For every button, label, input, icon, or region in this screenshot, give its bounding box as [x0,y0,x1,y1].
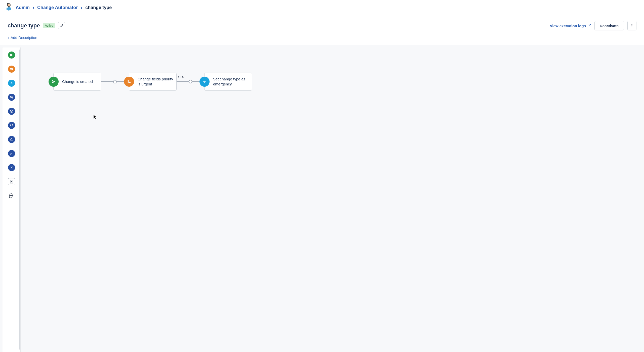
pencil-icon [60,24,63,27]
page-title: change type [8,22,40,29]
deactivate-button[interactable]: Deactivate [594,21,624,30]
chevron-right-icon: › [81,5,82,10]
svg-point-21 [10,195,11,196]
connector-dot[interactable] [113,80,117,83]
workflow-node-action[interactable]: Set change type as emergency [204,73,252,91]
svg-line-6 [589,24,590,26]
status-badge: Active [43,23,55,28]
svg-rect-3 [8,7,10,11]
condition-icon[interactable] [8,66,15,73]
breadcrumb-admin[interactable]: Admin [16,5,30,10]
workflow-node-condition[interactable]: Change fields.priority is urgent [129,73,177,91]
view-logs-label: View execution logs [550,24,586,28]
svg-point-22 [11,195,12,196]
more-actions-button[interactable] [627,21,636,30]
svg-point-2 [8,4,10,6]
node-label: Set change type as emergency [213,77,249,87]
top-bar: Admin › Change Automator › change type [0,0,644,15]
cube-icon[interactable] [8,108,15,115]
workspace: fx Change is created [0,45,644,352]
svg-point-7 [632,24,632,25]
more-vertical-icon [630,24,634,28]
svg-rect-4 [7,8,8,10]
node-palette: fx [3,47,21,352]
node-label: Change is created [62,79,93,84]
condition-icon [124,77,134,87]
connector-label: YES [178,75,184,79]
title-group: change type Active [8,22,65,29]
breadcrumb-change-automator[interactable]: Change Automator [37,5,78,10]
svg-point-13 [12,69,13,70]
external-link-icon [587,24,591,27]
svg-rect-5 [10,8,11,10]
add-description-link[interactable]: + Add Description [8,35,636,40]
svg-point-9 [632,26,632,27]
function-icon[interactable]: fx [8,150,15,157]
edit-title-button[interactable] [58,22,65,29]
event-trigger-icon [49,77,59,87]
svg-point-23 [12,195,13,196]
playbook-icon[interactable] [8,178,15,185]
code-icon[interactable] [8,122,15,129]
svg-point-8 [632,25,632,26]
view-execution-logs-link[interactable]: View execution logs [550,24,591,28]
workflow-flow: Change is created Change fields.priority… [53,73,252,91]
workflow-node-trigger[interactable]: Change is created [53,73,101,91]
svg-point-12 [10,68,11,69]
svg-point-26 [128,81,129,81]
reader-icon[interactable] [8,94,15,101]
svg-point-27 [130,82,130,83]
chat-icon[interactable] [8,192,15,199]
app-avatar [5,3,13,13]
svg-point-14 [10,96,12,97]
svg-marker-20 [11,181,12,182]
cloud-icon[interactable] [8,136,15,143]
cursor-icon [94,115,97,120]
action-icon [199,77,210,87]
timer-icon[interactable] [8,164,15,171]
connector-dot[interactable] [189,80,192,83]
svg-text:fx: fx [10,153,12,155]
chevron-right-icon: › [33,5,34,10]
node-label: Change fields.priority is urgent [138,77,173,87]
header-actions: View execution logs Deactivate [550,21,636,30]
event-trigger-icon[interactable] [8,52,15,59]
page-header: change type Active View execution logs D… [0,15,644,45]
action-icon[interactable] [8,80,15,87]
breadcrumb-current: change type [85,5,112,10]
workflow-canvas[interactable]: Change is created Change fields.priority… [21,45,644,352]
breadcrumb: Admin › Change Automator › change type [16,5,112,10]
